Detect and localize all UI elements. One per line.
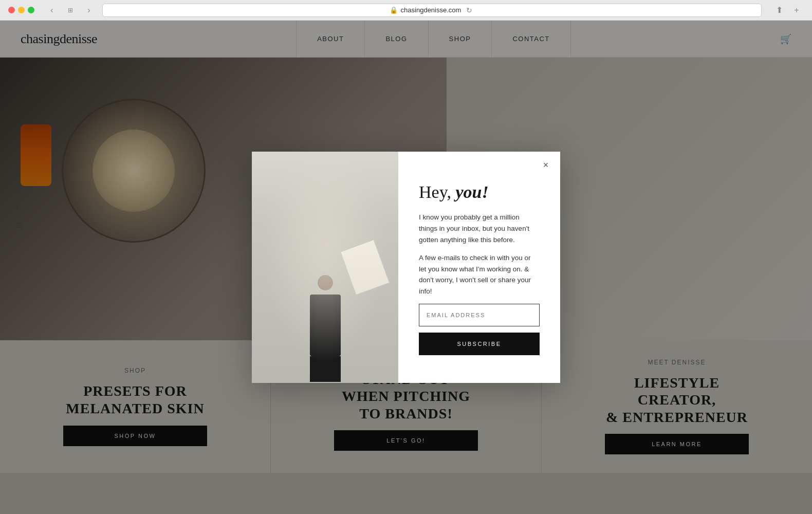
person-head: [318, 275, 333, 290]
security-icon: 🔒: [390, 6, 398, 14]
close-window-button[interactable]: [8, 7, 15, 13]
back-button[interactable]: ‹: [45, 3, 59, 17]
url-display: chasingdenisse.com: [401, 6, 462, 14]
modal-close-button[interactable]: ×: [540, 159, 552, 171]
modal-body-1: I know you probably get a million things…: [419, 212, 540, 245]
forward-button[interactable]: ›: [82, 3, 96, 17]
window-picker[interactable]: ⊞: [63, 3, 78, 17]
person-figure: [305, 275, 346, 368]
modal-image: [252, 152, 398, 383]
modal-title-plain: Hey,: [419, 182, 455, 201]
person-body: [310, 295, 341, 356]
newspaper-decoration: [340, 240, 390, 296]
address-bar[interactable]: 🔒 chasingdenisse.com ↻: [102, 4, 762, 17]
modal-title: Hey, you!: [419, 182, 540, 203]
modal-content: × Hey, you! I know you probably get a mi…: [398, 152, 560, 383]
modal-overlay[interactable]: × Hey, you! I know you probably get a mi…: [0, 21, 812, 514]
modal-title-italic: you!: [455, 182, 488, 201]
share-button[interactable]: ⬆: [772, 3, 786, 17]
email-input[interactable]: [419, 304, 540, 326]
modal-body-2: A few e-mails to check in with you or le…: [419, 252, 540, 297]
browser-chrome: ‹ ⊞ › 🔒 chasingdenisse.com ↻ ⬆ +: [0, 0, 812, 21]
traffic-lights: [8, 7, 34, 13]
browser-actions: ⬆ +: [772, 3, 804, 17]
new-tab-button[interactable]: +: [789, 3, 804, 17]
website: chasingdenisse ABOUT BLOG SHOP CONTACT 🛒…: [0, 21, 812, 514]
fullscreen-window-button[interactable]: [28, 7, 34, 13]
refresh-button[interactable]: ↻: [464, 5, 474, 15]
subscribe-button[interactable]: SUBSCRIBE: [419, 333, 540, 355]
subscribe-modal: × Hey, you! I know you probably get a mi…: [252, 152, 560, 383]
person-legs: [310, 356, 341, 382]
browser-navigation: ‹ ⊞ ›: [45, 3, 96, 17]
minimize-window-button[interactable]: [18, 7, 25, 13]
